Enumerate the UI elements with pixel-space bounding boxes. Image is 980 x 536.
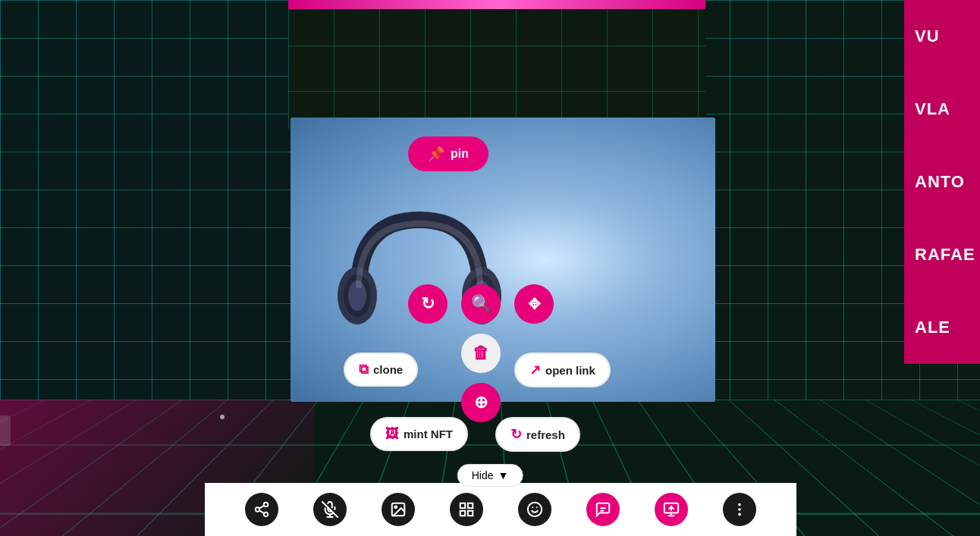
toolbar-face-button[interactable]: [501, 483, 569, 536]
left-handle[interactable]: [0, 415, 11, 446]
svg-line-10: [259, 506, 264, 509]
svg-rect-16: [460, 503, 465, 508]
toolbar-chat-button[interactable]: [569, 483, 637, 536]
open-link-icon: ↗: [529, 362, 541, 378]
delete-icon: 🗑: [473, 343, 489, 363]
mic-off-icon: [313, 493, 347, 526]
share-icon: [245, 493, 278, 526]
toolbar-grid-button[interactable]: [432, 483, 501, 536]
pin-button[interactable]: 📌 pin: [408, 136, 488, 171]
svg-point-30: [738, 508, 741, 511]
open-link-label: open link: [545, 364, 595, 377]
refresh-button[interactable]: ↻ refresh: [495, 417, 580, 452]
name-card-2-label: VLA: [915, 99, 950, 119]
name-card-3[interactable]: ANTO: [904, 146, 980, 218]
left-wall: [0, 0, 315, 447]
top-accent-bar: [288, 0, 705, 9]
search-icon: 🔍: [471, 294, 492, 314]
position-button[interactable]: ⊕: [461, 383, 501, 422]
hide-label: Hide: [472, 469, 494, 481]
toolbar-present-button[interactable]: [637, 483, 705, 536]
delete-button[interactable]: 🗑: [461, 334, 501, 373]
grid-icon: [450, 493, 483, 526]
bottom-toolbar: [205, 483, 796, 536]
pin-label: pin: [451, 147, 469, 161]
move-icon: ✥: [528, 295, 541, 313]
name-card-1[interactable]: VU: [904, 0, 980, 73]
name-card-4-label: RAFAE: [915, 245, 975, 265]
mint-nft-button[interactable]: 🖼 mint NFT: [370, 417, 468, 451]
open-link-button[interactable]: ↗ open link: [514, 353, 611, 387]
move-button[interactable]: ✥: [514, 284, 554, 324]
main-content-card: 📌 pin ↻ 🔍 ✥ 🗑 ⊕: [291, 118, 715, 402]
face-icon: [518, 493, 551, 526]
toolbar-share-button[interactable]: [228, 483, 296, 536]
hide-arrow: ▼: [498, 469, 508, 481]
name-card-4[interactable]: RAFAE: [904, 218, 980, 291]
clone-label: clone: [373, 363, 403, 376]
svg-line-9: [259, 510, 264, 513]
svg-point-29: [738, 503, 741, 506]
refresh-label: refresh: [526, 428, 565, 441]
more-icon: [723, 493, 756, 526]
crosshair-icon: ⊕: [474, 393, 488, 412]
svg-point-20: [528, 503, 542, 516]
chat-icon: [586, 493, 620, 526]
present-icon: [655, 493, 688, 526]
pin-icon: 📌: [428, 146, 444, 162]
top-wall: [288, 0, 705, 129]
name-card-5-label: ALE: [915, 318, 950, 337]
clone-button[interactable]: ⧉ clone: [344, 353, 418, 387]
search-button[interactable]: 🔍: [461, 284, 501, 324]
svg-point-31: [738, 513, 741, 516]
hide-button[interactable]: Hide ▼: [457, 464, 523, 487]
name-card-5[interactable]: ALE: [904, 291, 980, 364]
mint-nft-icon: 🖼: [385, 426, 399, 442]
name-cards-panel: VU VLA ANTO RAFAE ALE: [904, 0, 980, 364]
mint-nft-label: mint NFT: [404, 428, 453, 440]
refresh-icon: ↻: [510, 426, 522, 443]
sync-icon: ↻: [421, 294, 435, 314]
svg-rect-19: [468, 511, 473, 516]
sync-button[interactable]: ↻: [408, 284, 448, 324]
dot-indicator: [220, 415, 225, 419]
scene: VU VLA ANTO RAFAE ALE: [0, 0, 980, 536]
name-card-3-label: ANTO: [915, 172, 965, 192]
toolbar-more-button[interactable]: [705, 483, 774, 536]
svg-rect-17: [468, 503, 473, 508]
toolbar-mute-button[interactable]: [296, 483, 364, 536]
image-icon: [382, 493, 415, 526]
name-card-2[interactable]: VLA: [904, 73, 980, 146]
name-card-1-label: VU: [915, 27, 940, 46]
svg-point-15: [394, 506, 397, 508]
toolbar-image-button[interactable]: [364, 483, 432, 536]
clone-icon: ⧉: [359, 362, 369, 378]
svg-rect-18: [460, 511, 465, 516]
